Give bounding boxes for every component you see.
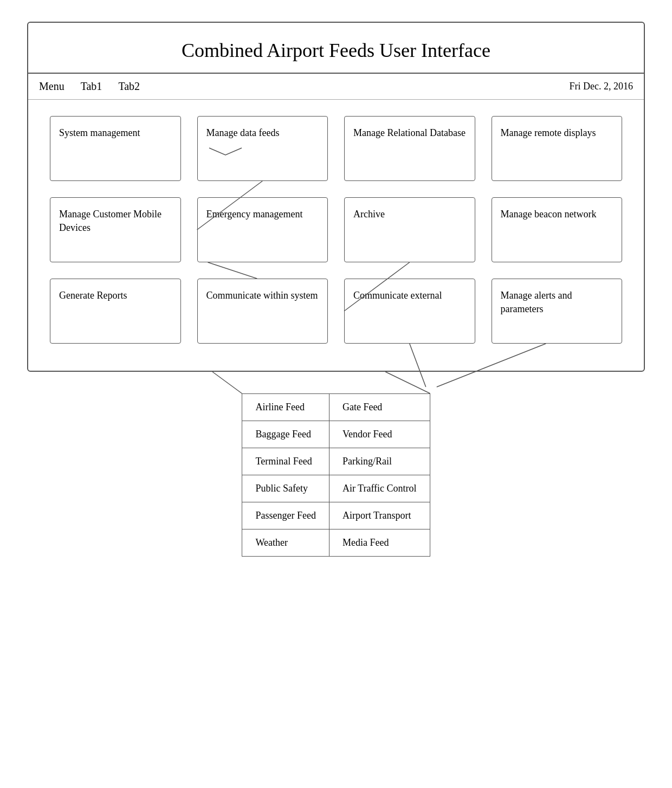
feed-cell-1-1[interactable]: Vendor Feed [329,421,430,448]
grid-area: System management Manage data feeds Mana… [28,100,644,354]
cell-manage-data-feeds[interactable]: Manage data feeds [197,116,328,181]
feed-cell-3-1[interactable]: Air Traffic Control [329,475,430,502]
feed-cell-4-0[interactable]: Passenger Feed [242,502,329,529]
cell-manage-relational-database[interactable]: Manage Relational Database [344,116,475,181]
feed-cell-2-1[interactable]: Parking/Rail [329,448,430,475]
feed-cell-1-0[interactable]: Baggage Feed [242,421,329,448]
svg-line-6 [385,372,430,393]
dropdown-arrow-icon [206,145,319,161]
bottom-section: Airline FeedGate FeedBaggage FeedVendor … [27,393,645,578]
menu-bar-left: Menu Tab1 Tab2 [39,80,140,93]
feed-table: Airline FeedGate FeedBaggage FeedVendor … [242,393,430,557]
svg-line-1 [208,262,257,279]
feed-table-row: Terminal FeedParking/Rail [242,448,430,475]
menu-bar-date: Fri Dec. 2, 2016 [570,81,633,92]
feed-cell-5-0[interactable]: Weather [242,529,329,557]
svg-line-5 [212,372,242,393]
menu-item-menu[interactable]: Menu [39,80,64,93]
menu-item-tab1[interactable]: Tab1 [81,80,102,93]
cell-generate-reports[interactable]: Generate Reports [50,279,181,344]
cell-manage-alerts-parameters[interactable]: Manage alerts and parameters [492,279,623,344]
cell-manage-customer-mobile-devices[interactable]: Manage Customer Mobile Devices [50,197,181,262]
menu-item-tab2[interactable]: Tab2 [118,80,140,93]
feed-cell-2-0[interactable]: Terminal Feed [242,448,329,475]
page-title: Combined Airport Feeds User Interface [39,39,633,62]
cell-manage-remote-displays[interactable]: Manage remote displays [492,116,623,181]
feed-table-row: Baggage FeedVendor Feed [242,421,430,448]
main-frame: Combined Airport Feeds User Interface Me… [27,22,645,372]
cell-manage-beacon-network[interactable]: Manage beacon network [492,197,623,262]
cell-communicate-within-system[interactable]: Communicate within system [197,279,328,344]
feed-table-row: WeatherMedia Feed [242,529,430,557]
feed-cell-0-1[interactable]: Gate Feed [329,394,430,421]
feed-cell-3-0[interactable]: Public Safety [242,475,329,502]
feed-table-row: Public SafetyAir Traffic Control [242,475,430,502]
cell-emergency-management[interactable]: Emergency management [197,197,328,262]
svg-line-3 [410,344,426,387]
title-bar: Combined Airport Feeds User Interface [28,23,644,74]
feed-cell-0-0[interactable]: Airline Feed [242,394,329,421]
cell-communicate-external[interactable]: Communicate external [344,279,475,344]
cell-system-management[interactable]: System management [50,116,181,181]
svg-line-4 [437,344,546,387]
menu-bar: Menu Tab1 Tab2 Fri Dec. 2, 2016 [28,74,644,100]
cell-archive[interactable]: Archive [344,197,475,262]
feed-table-row: Passenger FeedAirport Transport [242,502,430,529]
feed-cell-5-1[interactable]: Media Feed [329,529,430,557]
feed-table-row: Airline FeedGate Feed [242,394,430,421]
feed-cell-4-1[interactable]: Airport Transport [329,502,430,529]
